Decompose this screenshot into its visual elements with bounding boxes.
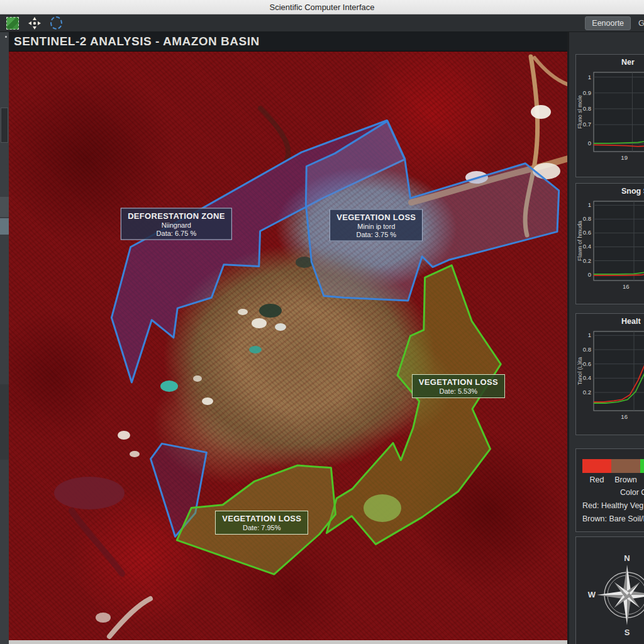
toolbar-right: Eenoorte Gov [585, 14, 644, 31]
os-titlebar: Scientific Computer Interface [0, 0, 644, 14]
zone-annotation-label: VEGETATION LOSSDate: 7.95% [215, 511, 308, 535]
screen: { "window": { "title": "Scientific Compu… [0, 0, 644, 644]
legend-swatch-brown [611, 459, 640, 473]
chart-svg: 10.90.80.7019Fluno sl mole [576, 69, 644, 164]
zone-annotation-label: VEGETATION LOSSDate: 5.53% [412, 374, 505, 398]
rail-tool-slot-1[interactable] [1, 108, 8, 143]
chart-svg: 10.80.60.40.2016Flawn of hmuda [576, 197, 644, 293]
analysis-zones-layer [111, 121, 558, 575]
rail-tool-slot-2[interactable] [0, 197, 9, 217]
svg-text:0: 0 [588, 271, 591, 278]
satellite-map-viewport[interactable]: DEFORESTATION ZONENiingnardData: 6.75 %V… [9, 52, 567, 640]
legend-caption: Color Ce [620, 488, 644, 497]
legend-line-red: Red: Healthy Veg [582, 501, 644, 510]
app-toolbar: Eenoorte Gov [0, 14, 644, 32]
chart-panel-health: Healt 10.80.60.40.216Tanol (L)ita [575, 313, 644, 435]
zone-annotation-label: DEFORESTATION ZONENiingnardData: 6.75 % [121, 208, 231, 240]
chart-title: Snog S [621, 187, 644, 197]
window-title: Scientific Computer Interface [270, 3, 375, 12]
legend-swatch-label: H [640, 475, 644, 484]
svg-text:0.2: 0.2 [583, 257, 591, 264]
legend-color-bar [582, 459, 644, 473]
legend-swatch-h [640, 459, 644, 473]
svg-text:1: 1 [588, 331, 591, 338]
map-title: SENTINEL-2 ANALYSIS - AMAZON BASIN [14, 35, 260, 48]
svg-text:0.8: 0.8 [583, 105, 591, 112]
svg-text:1: 1 [588, 201, 591, 208]
svg-text:0.8: 0.8 [583, 215, 591, 222]
zone-label-detail: Niingnard [128, 221, 225, 229]
svg-text:0.6: 0.6 [583, 229, 591, 236]
svg-text:Tanol (L)ita: Tanol (L)ita [577, 357, 583, 386]
svg-text:0.6: 0.6 [583, 360, 591, 367]
rail-tool-slot-3[interactable] [0, 218, 9, 235]
chart-title: Healt [621, 317, 644, 328]
chart-title: Ner [621, 58, 644, 69]
zone-label-title: DEFORESTATION ZONE [128, 211, 225, 221]
move-tool-icon[interactable] [28, 16, 42, 30]
svg-text:0.8: 0.8 [583, 346, 591, 353]
chart-panel-ndvi: Ner 10.90.80.7019Fluno sl mole [575, 54, 644, 177]
zone-label-title: VEGETATION LOSS [222, 514, 301, 523]
legend-swatch-label: Brown [611, 475, 640, 484]
svg-text:0: 0 [588, 140, 591, 147]
zone-label-detail: Minin ip tord [336, 223, 416, 230]
gov-button[interactable]: Gov [638, 19, 644, 28]
zone-label-detail: Date: 5.53% [419, 387, 498, 395]
svg-text:Flawn of hmuda: Flawn of hmuda [577, 221, 583, 261]
svg-text:0.7: 0.7 [583, 121, 591, 128]
zone-label-title: VEGETATION LOSS [336, 213, 416, 222]
right-sidebar: Ner 10.90.80.7019Fluno sl mole Snog S 10… [567, 32, 644, 644]
legend-line-brown: Brown: Bare Soil/Min [582, 514, 644, 523]
svg-text:16: 16 [621, 413, 628, 420]
svg-text:16: 16 [623, 283, 630, 290]
svg-text:0.4: 0.4 [583, 243, 591, 250]
rail-indicator-dot [5, 36, 7, 38]
eenoorte-button[interactable]: Eenoorte [585, 16, 631, 30]
vegetation-loss-right [326, 265, 501, 545]
legend-swatch-labels: RedBrownH [582, 475, 644, 484]
compass-south-label: S [625, 628, 630, 637]
legend-swatch-red [582, 459, 611, 473]
zone-label-detail: Data: 6.75 % [128, 230, 225, 237]
svg-text:Fluno sl mole: Fluno sl mole [577, 95, 583, 129]
svg-text:0.2: 0.2 [583, 389, 591, 396]
legend-panel: RedBrownH Color Ce Red: Healthy Veg Brow… [575, 448, 644, 532]
legend-swatch-label: Red [582, 475, 611, 484]
road-features [72, 57, 567, 636]
rail-tool-slot-4 [0, 384, 9, 460]
ellipse-select-tool-icon[interactable] [50, 16, 62, 30]
svg-text:0.4: 0.4 [583, 374, 591, 381]
image-select-tool-icon[interactable] [6, 17, 19, 30]
left-tool-rail [0, 32, 9, 644]
zone-label-title: VEGETATION LOSS [419, 377, 498, 387]
chart-panel-snog: Snog S 10.80.60.40.2016Flawn of hmuda [575, 183, 644, 304]
compass-panel: NWSE [575, 536, 644, 644]
zone-label-detail: Date: 7.95% [222, 524, 301, 531]
compass-rose: NWSE [576, 537, 644, 644]
map-header: SENTINEL-2 ANALYSIS - AMAZON BASIN [9, 32, 567, 52]
map-bottom-strip [9, 640, 567, 644]
svg-text:0.9: 0.9 [583, 89, 591, 96]
tool-icons [0, 16, 62, 30]
zone-annotation-label: VEGETATION LOSSMinin ip tordData: 3.75 % [330, 209, 423, 242]
compass-west-label: W [588, 590, 596, 599]
zone-label-detail: Data: 3.75 % [336, 231, 416, 238]
map-overlay-svg [9, 52, 567, 640]
svg-text:19: 19 [621, 154, 628, 161]
chart-svg: 10.80.60.40.216Tanol (L)ita [576, 328, 644, 423]
compass-north-label: N [624, 553, 630, 563]
svg-text:1: 1 [588, 74, 591, 80]
